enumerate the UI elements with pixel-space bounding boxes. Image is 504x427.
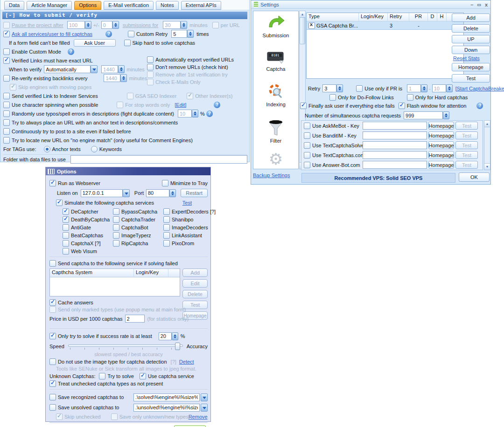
listen-dropdown-icon[interactable] xyxy=(123,189,130,197)
ask-user-button[interactable]: Ask User xyxy=(74,39,116,47)
sidebar-item-submission[interactable]: Submission xyxy=(253,15,298,38)
port-spinner[interactable] xyxy=(169,189,176,197)
answerbot-key-input[interactable] xyxy=(363,161,427,169)
add-button[interactable]: Add xyxy=(452,14,490,22)
table-row[interactable]: GSA Captcha Br... 3 - xyxy=(307,21,463,30)
when-verify-dropdown-icon[interactable] xyxy=(91,65,98,73)
textcaptchas-test-button[interactable]: Test xyxy=(455,151,478,159)
help-icon[interactable]: ? xyxy=(214,102,220,108)
finally-ask-checkbox[interactable] xyxy=(300,103,307,109)
delete-button[interactable]: Delete xyxy=(452,24,490,33)
skip-unchecked-checkbox[interactable] xyxy=(56,413,63,420)
textcaptchas-key-input[interactable] xyxy=(363,151,427,159)
spinning-checkbox[interactable] xyxy=(3,102,10,108)
service-antigate[interactable]: AntiGate xyxy=(63,223,113,231)
service-linkassistant[interactable]: LinkAssistant xyxy=(163,231,216,239)
section-header[interactable]: [-] How to submit / verify xyxy=(2,12,247,19)
answerbot-homepage-button[interactable]: Homepage xyxy=(428,161,454,169)
answerbot-test-button[interactable]: Test xyxy=(455,161,478,169)
typos-percent-input[interactable] xyxy=(178,110,192,117)
reverify-minutes-spinner[interactable] xyxy=(120,74,127,82)
col-retry[interactable]: Retry xyxy=(388,13,409,21)
checkbox[interactable] xyxy=(113,240,119,247)
service-pixodrom[interactable]: PixoDrom xyxy=(163,239,216,247)
typos-checkbox[interactable] xyxy=(3,110,10,117)
checkbox[interactable] xyxy=(63,232,69,239)
col-type[interactable]: Type xyxy=(307,13,359,21)
try-solve-checkbox[interactable] xyxy=(99,373,105,379)
answerbot-checkbox[interactable] xyxy=(304,162,310,168)
send-marked-checkbox[interactable] xyxy=(49,306,56,313)
banditim-checkbox[interactable] xyxy=(304,132,310,139)
banditim-homepage-button[interactable]: Homepage xyxy=(428,131,454,139)
help-icon[interactable]: ? xyxy=(68,48,74,55)
save-only-new-checkbox[interactable] xyxy=(111,413,118,420)
minimize-icon[interactable]: – xyxy=(470,2,473,7)
checkbox[interactable] xyxy=(63,224,69,231)
textcaptchasolver-key-input[interactable] xyxy=(363,141,427,149)
banditim-key-input[interactable] xyxy=(363,131,427,139)
listen-on-select[interactable]: 127.0.0.1 xyxy=(81,189,123,197)
success-rate-spinner[interactable] xyxy=(172,332,178,340)
tab-options[interactable]: Options xyxy=(74,1,101,10)
send-failed-checkbox[interactable] xyxy=(49,260,56,267)
row-checkbox[interactable] xyxy=(308,22,315,29)
col-h[interactable]: H xyxy=(437,13,447,21)
ok-button[interactable]: OK xyxy=(459,172,490,182)
service-beatcaptchas[interactable]: BeatCaptchas xyxy=(63,231,113,239)
close-icon[interactable]: x xyxy=(485,2,488,7)
restart-button[interactable]: Restart xyxy=(181,189,208,197)
service-ripcaptcha[interactable]: RipCaptcha xyxy=(113,239,163,247)
verify-minutes-spinner[interactable] xyxy=(118,65,125,73)
service-imagedecoders[interactable]: ImageDecoders xyxy=(163,223,216,231)
use-service-checkbox[interactable] xyxy=(140,373,146,379)
ask-services-link[interactable]: Ask all services/user to fill captchas xyxy=(12,31,92,37)
flash-window-checkbox[interactable] xyxy=(399,103,405,109)
service-captchabot[interactable]: CaptchaBot xyxy=(113,223,163,231)
simulate-checkbox[interactable] xyxy=(56,200,63,206)
textcaptchasolver-homepage-button[interactable]: Homepage xyxy=(428,141,454,149)
save-recognized-checkbox[interactable] xyxy=(49,394,56,400)
askmebot-checkbox[interactable] xyxy=(304,123,310,129)
options-titlebar[interactable]: Options xyxy=(46,167,210,175)
scrollbar-up-icon[interactable]: ▲ xyxy=(300,11,305,18)
checkbox[interactable] xyxy=(113,232,119,239)
run-webserver-checkbox[interactable] xyxy=(49,180,56,186)
service-expertdecoders[interactable]: ExpertDecoders [?] xyxy=(163,207,216,215)
reset-stats-link[interactable]: Reset Stats xyxy=(453,55,480,61)
locate-url-checkbox[interactable] xyxy=(3,137,10,144)
failover-add-button[interactable]: Add xyxy=(182,269,208,277)
port-input[interactable] xyxy=(146,189,169,197)
slider-thumb[interactable] xyxy=(175,343,180,350)
service-imagetyperz[interactable]: ImageTyperz xyxy=(113,231,163,239)
pr-min-spinner[interactable] xyxy=(421,84,427,92)
sidebar-item-captcha[interactable]: 0101 Captcha xyxy=(253,49,298,72)
skip-hard-checkbox[interactable] xyxy=(124,40,131,46)
services-scrollbar[interactable]: ▲ ▼ xyxy=(484,120,490,170)
service-decaptcher[interactable]: DeCaptcher xyxy=(63,207,113,215)
help-icon[interactable]: ? xyxy=(105,31,112,37)
other-indexer-checkbox[interactable] xyxy=(187,93,193,99)
failover-delete-button[interactable]: Delete xyxy=(182,290,208,298)
checkbox[interactable] xyxy=(113,208,119,215)
stop-words-checkbox[interactable] xyxy=(117,102,123,108)
when-verify-select[interactable]: Automatically xyxy=(44,65,91,73)
no-image-checkbox[interactable] xyxy=(49,358,56,365)
verified-links-checkbox[interactable] xyxy=(3,57,10,64)
save-recognized-path-input[interactable] xyxy=(133,393,200,401)
ok-button[interactable]: OK xyxy=(174,425,206,427)
help-icon[interactable]: ? xyxy=(206,110,213,117)
plus-minus-input[interactable] xyxy=(101,21,112,29)
sidebar-item-indexing[interactable]: Indexing xyxy=(253,84,298,107)
reverify-minutes-input[interactable] xyxy=(104,74,120,82)
col-captcha-system[interactable]: Capthcha System xyxy=(50,269,134,277)
textcaptchasolver-test-button[interactable]: Test xyxy=(455,141,478,149)
enable-custom-checkbox[interactable] xyxy=(3,48,10,55)
send-indexer-checkbox[interactable] xyxy=(3,93,10,99)
only-dofollow-checkbox[interactable] xyxy=(329,94,336,101)
service-bypasscaptcha[interactable]: BypassCaptcha xyxy=(113,207,163,215)
edit-stop-words-link[interactable]: [Edit] xyxy=(175,102,186,108)
checkbox[interactable] xyxy=(163,240,170,247)
failover-test-button[interactable]: Test xyxy=(182,301,208,309)
reverify-checkbox[interactable] xyxy=(3,75,10,82)
